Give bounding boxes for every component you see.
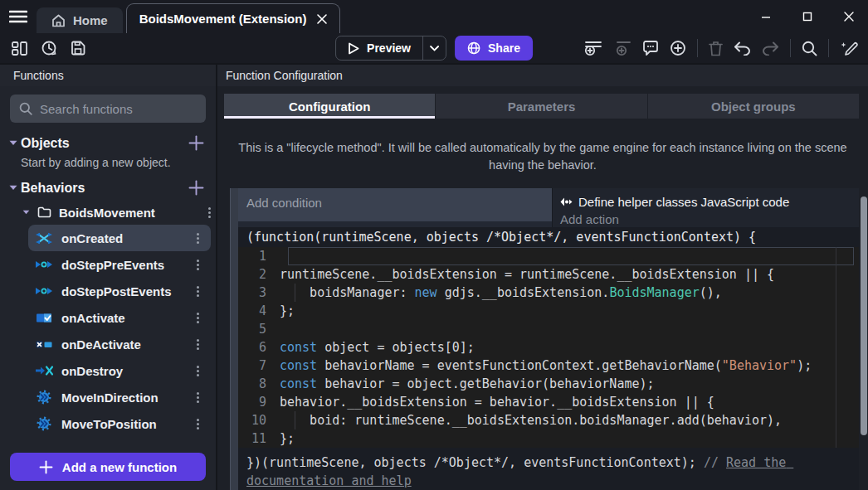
tab-document[interactable]: BoidsMovement (Extension) [126, 3, 341, 33]
gear-chevrons-icon [35, 390, 53, 405]
function-row-movetoposition[interactable]: MoveToPosition [28, 410, 211, 437]
add-circle-icon[interactable] [670, 40, 686, 56]
search-functions-input[interactable] [40, 102, 205, 116]
function-row-oncreated[interactable]: onCreated [28, 225, 211, 251]
gdevelop-window: Home BoidsMovement (Extension) Preview [0, 0, 868, 490]
code-line[interactable]: 5 [238, 320, 859, 338]
lifecycle-description-line1: This is a "lifecycle method". It will be… [217, 139, 868, 157]
maximize-icon[interactable] [800, 9, 815, 24]
tab-home[interactable]: Home [37, 7, 123, 33]
titlebar: Home BoidsMovement (Extension) [0, 0, 868, 33]
code-line[interactable]: 2runtimeScene.__boidsExtension = runtime… [238, 265, 859, 284]
undo-icon[interactable] [734, 41, 751, 56]
chevron-down-icon[interactable] [7, 140, 19, 146]
code-line[interactable]: 11}; [238, 429, 859, 448]
tab-close-icon[interactable] [317, 14, 327, 24]
workspace: Functions Objects Start by adding a new … [0, 63, 868, 490]
redo-icon[interactable] [762, 41, 779, 56]
tab-home-label: Home [73, 13, 108, 27]
kebab-menu-icon[interactable] [192, 362, 204, 380]
chevron-down-icon[interactable] [7, 185, 19, 191]
line-number: 10 [238, 413, 280, 428]
search-events-icon[interactable] [802, 41, 817, 56]
code-line[interactable]: 6const object = objects[0]; [238, 338, 859, 357]
save-icon[interactable] [71, 41, 85, 56]
tab-configuration[interactable]: Configuration [224, 94, 435, 119]
function-label: MoveToPosition [61, 417, 157, 431]
function-label: doStepPreEvents [61, 258, 164, 272]
search-functions-box[interactable] [10, 95, 206, 123]
history-icon[interactable] [41, 41, 57, 56]
tab-parameters[interactable]: Parameters [435, 94, 646, 119]
tab-object-groups[interactable]: Object groups [647, 94, 859, 119]
add-behavior-icon[interactable] [188, 180, 204, 196]
add-comment-icon[interactable] [642, 41, 659, 56]
code-text: runtimeScene.__boidsExtension = runtimeS… [280, 267, 774, 282]
objects-section-label: Objects [21, 136, 70, 151]
edit-sparkle-icon[interactable] [840, 41, 858, 56]
function-row-dosteppostevents[interactable]: doStepPostEvents [28, 278, 211, 304]
tab-label: Parameters [508, 99, 576, 114]
kebab-menu-icon[interactable] [192, 389, 204, 406]
toolbar-divider [697, 39, 698, 57]
event-drag-handle[interactable] [230, 188, 238, 490]
code-line[interactable]: 4}; [238, 302, 859, 320]
add-event-icon[interactable] [584, 40, 602, 56]
code-line[interactable]: 9behavior.__boidsExtension = behavior.__… [238, 393, 859, 411]
main-menu-icon[interactable] [7, 5, 30, 28]
code-text: }; [280, 431, 295, 446]
add-action-link[interactable]: Add action [560, 212, 859, 226]
delete-icon[interactable] [709, 41, 723, 56]
behaviors-section-header: Behaviors [0, 172, 216, 198]
code-line[interactable]: 7const behaviorName = eventsFunctionCont… [238, 357, 859, 375]
preview-dropdown[interactable] [422, 36, 446, 60]
function-row-ondestroy[interactable]: onDestroy [28, 357, 211, 384]
kebab-menu-icon[interactable] [192, 256, 204, 274]
events-scrollbar[interactable] [861, 196, 867, 435]
kebab-menu-icon[interactable] [192, 309, 204, 327]
behaviors-section-label: Behaviors [21, 181, 85, 196]
search-icon [19, 102, 32, 115]
plus-icon [39, 460, 53, 474]
function-row-ondeactivate[interactable]: onDeActivate [28, 331, 211, 357]
window-controls [758, 9, 856, 24]
close-window-icon[interactable] [841, 9, 856, 24]
behavior-folder-label: BoidsMovement [59, 206, 155, 220]
add-subevent-icon[interactable] [613, 40, 631, 56]
kebab-menu-icon[interactable] [192, 415, 204, 433]
add-object-icon[interactable] [188, 135, 204, 151]
function-row-dosteppreevents[interactable]: doStepPreEvents [28, 251, 211, 278]
code-text: boidsManager: new gdjs.__boidsExtension.… [280, 285, 722, 300]
function-row-moveindirection[interactable]: MoveInDirection [28, 384, 211, 410]
preview-button-main[interactable]: Preview [336, 41, 422, 55]
behavior-folder-row[interactable]: BoidsMovement [0, 200, 216, 225]
preview-button[interactable]: Preview [335, 36, 446, 61]
step-events-icon [35, 286, 53, 296]
projects-panel-icon[interactable] [12, 41, 27, 56]
add-condition-cell[interactable]: Add condition [238, 188, 552, 221]
chevron-down-icon[interactable] [22, 210, 30, 215]
code-line[interactable]: 3 boidsManager: new gdjs.__boidsExtensio… [238, 284, 859, 302]
add-function-button[interactable]: Add a new function [10, 453, 206, 481]
code-text: }; [280, 303, 295, 318]
code-editor[interactable]: 12runtimeScene.__boidsExtension = runtim… [238, 247, 859, 448]
share-button[interactable]: Share [455, 36, 533, 61]
code-line[interactable]: 1 [238, 247, 859, 265]
js-code-icon [560, 197, 573, 206]
kebab-menu-icon[interactable] [192, 336, 204, 353]
function-label: onActivate [61, 311, 125, 325]
function-row-onactivate[interactable]: onActivate [28, 304, 211, 331]
function-label: onCreated [61, 231, 123, 245]
activate-icon [35, 313, 53, 323]
share-label: Share [488, 41, 520, 55]
code-line[interactable]: 10 boid: runtimeScene.__boidsExtension.b… [238, 411, 859, 429]
gear-chevrons-icon [35, 416, 53, 431]
code-line[interactable]: 8const behavior = object.getBehavior(beh… [238, 375, 859, 393]
minimize-icon[interactable] [758, 9, 773, 24]
kebab-menu-icon[interactable] [192, 283, 204, 300]
kebab-menu-icon[interactable] [203, 204, 216, 221]
kebab-menu-icon[interactable] [192, 230, 204, 247]
js-event-title[interactable]: Define helper classes JavaScript code [560, 192, 859, 211]
toolbar-center: Preview Share [335, 36, 533, 61]
comment-prefix: // [704, 455, 726, 470]
